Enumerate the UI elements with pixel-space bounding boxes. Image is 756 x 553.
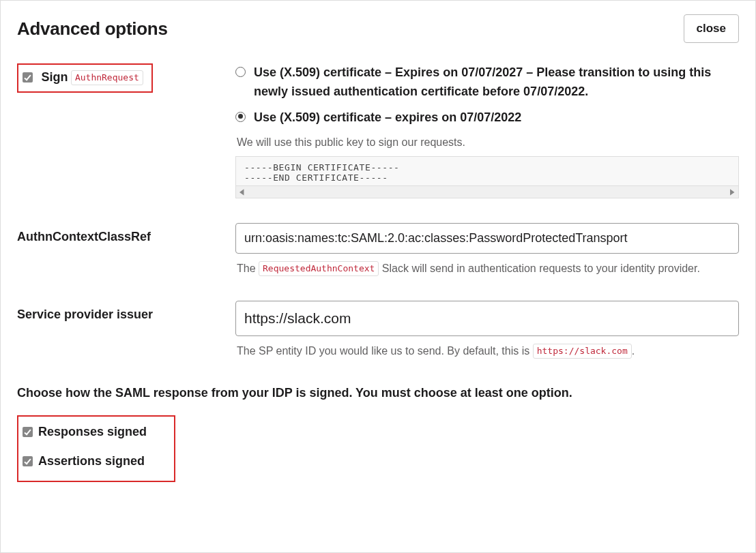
close-button[interactable]: close [684,14,739,43]
cert-radio-1-label: Use (X.509) certificate – Expires on 07/… [254,63,739,102]
authncontextclassref-row: AuthnContextClassRef The RequestedAuthnC… [17,223,739,283]
authncontextclassref-input[interactable] [235,223,739,254]
assertions-signed-checkbox[interactable] [23,456,33,466]
signing-options-highlight: Responses signed Assertions signed [17,415,175,482]
cert-option-2[interactable]: Use (X.509) certificate – expires on 07/… [235,108,739,128]
saml-signing-note: Choose how the SAML response from your I… [17,386,739,400]
sign-authnrequest-checkbox[interactable] [23,72,33,83]
responses-signed-label: Responses signed [38,423,147,440]
sp-issuer-input[interactable] [235,301,739,336]
sp-issuer-label: Service provider issuer [17,301,229,322]
sign-hint: We will use this public key to sign our … [237,134,739,151]
panel-header: Advanced options close [17,14,739,43]
sp-issuer-hint: The SP entity ID you would like us to se… [237,343,739,360]
authncontextclassref-label: AuthnContextClassRef [17,223,229,244]
responses-signed-checkbox[interactable] [23,427,33,437]
authnrequest-code: AuthnRequest [71,70,143,85]
cert-option-1[interactable]: Use (X.509) certificate – Expires on 07/… [235,63,739,102]
responses-signed-row[interactable]: Responses signed [23,423,154,440]
certificate-scrollbar[interactable] [235,186,739,198]
cert-radio-1[interactable] [235,67,246,77]
cert-radio-2[interactable] [235,112,246,122]
advanced-options-panel: Advanced options close Sign AuthnRequest… [0,0,756,553]
certificate-textarea[interactable]: -----BEGIN CERTIFICATE----- -----END CER… [235,156,739,186]
cert-radio-2-label: Use (X.509) certificate – expires on 07/… [254,108,521,128]
sp-issuer-default-code: https://slack.com [533,344,632,359]
sp-issuer-row: Service provider issuer The SP entity ID… [17,301,739,365]
assertions-signed-row[interactable]: Assertions signed [23,453,154,470]
sign-authnrequest-highlight: Sign AuthnRequest [17,63,153,93]
requestedauthncontext-code: RequestedAuthnContext [259,261,379,276]
sign-label: Sign [41,70,68,84]
page-title: Advanced options [17,18,168,40]
sign-authnrequest-row: Sign AuthnRequest Use (X.509) certificat… [17,63,739,198]
authncontextclassref-hint: The RequestedAuthnContext Slack will sen… [237,260,739,278]
assertions-signed-label: Assertions signed [38,453,145,470]
